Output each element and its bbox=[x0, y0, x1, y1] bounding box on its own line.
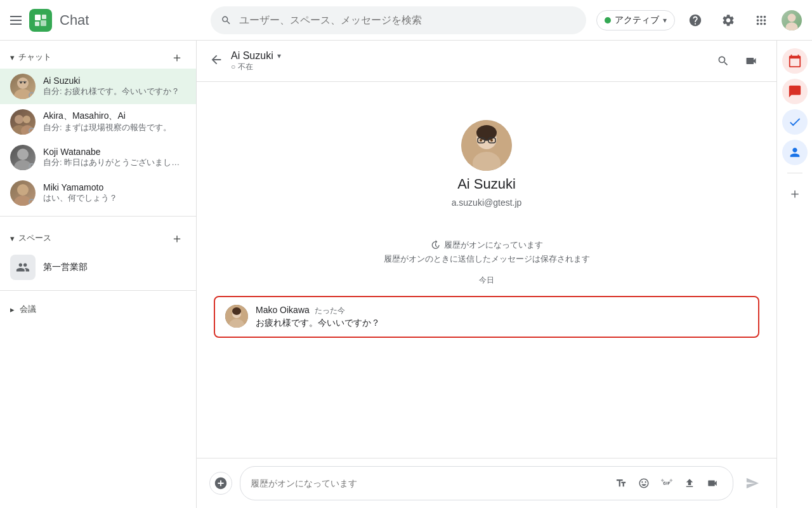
space-name-daiichi: 第一営業部 bbox=[43, 262, 88, 273]
chat-item-group[interactable]: Akira、Masahiro、Ai 自分: まずは現場視察の報告です。 bbox=[0, 104, 196, 140]
svg-point-6 bbox=[17, 77, 29, 89]
message-input-box[interactable] bbox=[240, 466, 733, 500]
hamburger-menu[interactable] bbox=[10, 16, 22, 25]
message-text-msg1: お疲れ様です。今いいですか？ bbox=[256, 318, 748, 329]
chat-name-koji: Koji Watanabe bbox=[43, 147, 186, 157]
avatar-group bbox=[10, 109, 36, 135]
message-sender-msg1: Mako Oikawa bbox=[256, 305, 310, 315]
svg-rect-3 bbox=[41, 20, 46, 26]
chat-item-ai-suzuki[interactable]: Ai Suzuki 自分: お疲れ様です。今いいですか？ bbox=[0, 69, 196, 104]
far-right-chat-button[interactable] bbox=[782, 79, 808, 104]
svg-point-12 bbox=[23, 116, 30, 123]
main-layout: ▾ チャット ＋ Ai Suzuki 自分: お疲れ様です。今いい bbox=[0, 0, 812, 508]
message-header-msg1: Mako Oikawa たった今 bbox=[256, 305, 748, 316]
back-button[interactable] bbox=[209, 53, 223, 70]
status-indicator-ai bbox=[29, 92, 35, 98]
far-right-contacts-button[interactable] bbox=[782, 140, 808, 165]
message-time-msg1: たった今 bbox=[315, 305, 345, 316]
sidebar-divider-2 bbox=[0, 290, 196, 291]
chat-preview-koji: 自分: 昨日はありがとうございました... bbox=[43, 157, 186, 168]
chat-section-label: チャット bbox=[18, 51, 51, 63]
spaces-section-toggle[interactable]: ▾ スペース bbox=[10, 232, 51, 244]
new-space-button[interactable]: ＋ bbox=[168, 229, 186, 247]
send-button[interactable] bbox=[741, 472, 764, 495]
svg-rect-0 bbox=[35, 15, 41, 20]
video-call-button[interactable] bbox=[738, 48, 764, 74]
meetings-chevron: ▸ bbox=[10, 305, 15, 314]
svg-rect-1 bbox=[42, 15, 46, 19]
history-notice: 履歴がオンになっています 履歴がオンのときに送信したメッセージは保存されます bbox=[214, 227, 759, 270]
top-bar-right: アクティブ ▾ bbox=[596, 8, 802, 33]
chat-name-group: Akira、Masahiro、Ai bbox=[43, 110, 186, 122]
new-chat-button[interactable]: ＋ bbox=[168, 48, 186, 66]
top-bar: Chat アクティブ ▾ bbox=[0, 0, 812, 41]
status-indicator-miki bbox=[29, 199, 35, 205]
far-right-tasks-button[interactable] bbox=[782, 109, 808, 135]
format-text-button[interactable] bbox=[611, 473, 631, 493]
app-logo bbox=[29, 9, 52, 32]
message-input[interactable] bbox=[251, 478, 606, 488]
sidebar-divider-1 bbox=[0, 216, 196, 217]
chat-section-header: ▾ チャット ＋ bbox=[0, 41, 196, 69]
chat-item-koji[interactable]: Koji Watanabe 自分: 昨日はありがとうございました... bbox=[0, 140, 196, 175]
app-title: Chat bbox=[60, 12, 89, 29]
top-bar-left: Chat bbox=[10, 9, 200, 32]
search-bar[interactable] bbox=[211, 6, 586, 34]
chat-panel: Ai Suzuki ▾ ○ 不在 bbox=[197, 41, 776, 508]
user-avatar[interactable] bbox=[782, 10, 802, 30]
far-right-panel: ＋ bbox=[776, 41, 812, 508]
input-actions bbox=[611, 473, 723, 493]
search-icon bbox=[221, 15, 232, 26]
emoji-button[interactable] bbox=[634, 473, 654, 493]
meetings-section[interactable]: ▸ 会議 bbox=[0, 296, 196, 323]
chat-header-actions bbox=[710, 48, 764, 74]
contact-profile-avatar bbox=[461, 120, 512, 171]
history-notice-sub: 履歴がオンのときに送信したメッセージは保存されます bbox=[384, 253, 590, 265]
input-area bbox=[197, 458, 776, 508]
history-notice-label: 履歴がオンになっています bbox=[444, 239, 543, 251]
settings-button[interactable] bbox=[716, 8, 741, 33]
video-button[interactable] bbox=[702, 473, 723, 493]
message-area: Ai Suzuki a.suzuki@gtest.jp 履歴がオンになっています… bbox=[214, 95, 759, 343]
contact-profile-section: Ai Suzuki a.suzuki@gtest.jp bbox=[214, 95, 759, 227]
svg-point-26 bbox=[490, 139, 493, 142]
far-right-add-button[interactable]: ＋ bbox=[782, 181, 808, 206]
avatar-mako bbox=[225, 305, 248, 328]
chat-section-toggle[interactable]: ▾ チャット bbox=[10, 51, 51, 63]
contact-dropdown-arrow[interactable]: ▾ bbox=[277, 51, 281, 60]
history-notice-top: 履歴がオンになっています bbox=[430, 239, 543, 251]
svg-point-9 bbox=[24, 82, 26, 84]
avatar-miki bbox=[10, 180, 36, 206]
meetings-label: 会議 bbox=[20, 304, 36, 315]
search-input[interactable] bbox=[239, 15, 576, 26]
space-item-daiichi[interactable]: 第一営業部 bbox=[0, 250, 196, 285]
help-button[interactable] bbox=[683, 8, 708, 33]
chat-info-koji: Koji Watanabe 自分: 昨日はありがとうございました... bbox=[43, 147, 186, 168]
chat-header-name-container: Ai Suzuki ▾ bbox=[231, 50, 710, 62]
chat-item-miki[interactable]: Miki Yamamoto はい、何でしょう？ bbox=[0, 175, 196, 211]
status-dropdown-arrow: ▾ bbox=[663, 16, 667, 25]
grid-button[interactable] bbox=[749, 8, 774, 33]
far-right-calendar-button[interactable] bbox=[782, 48, 808, 74]
far-right-divider bbox=[787, 173, 802, 173]
svg-point-16 bbox=[17, 184, 29, 196]
status-button[interactable]: アクティブ ▾ bbox=[596, 10, 675, 30]
chat-name-ai-suzuki: Ai Suzuki bbox=[43, 76, 186, 86]
space-icon-daiichi bbox=[10, 255, 36, 280]
chat-header-info: Ai Suzuki ▾ ○ 不在 bbox=[231, 50, 710, 72]
avatar-koji bbox=[10, 145, 36, 170]
chat-contact-name: Ai Suzuki bbox=[231, 50, 273, 62]
svg-point-25 bbox=[480, 139, 482, 142]
chat-preview-ai-suzuki: 自分: お疲れ様です。今いいですか？ bbox=[43, 86, 186, 97]
svg-point-14 bbox=[17, 149, 29, 160]
attach-button[interactable] bbox=[209, 472, 232, 495]
contact-profile-email: a.suzuki@gtest.jp bbox=[452, 197, 522, 208]
chat-name-miki: Miki Yamamoto bbox=[43, 182, 186, 192]
chat-header: Ai Suzuki ▾ ○ 不在 bbox=[197, 41, 776, 82]
gif-button[interactable] bbox=[657, 473, 677, 493]
svg-point-5 bbox=[785, 22, 797, 30]
upload-button[interactable] bbox=[679, 473, 700, 493]
chat-search-button[interactable] bbox=[710, 48, 736, 74]
avatar-ai-suzuki bbox=[10, 74, 36, 99]
sidebar: ▾ チャット ＋ Ai Suzuki 自分: お疲れ様です。今いい bbox=[0, 41, 197, 508]
